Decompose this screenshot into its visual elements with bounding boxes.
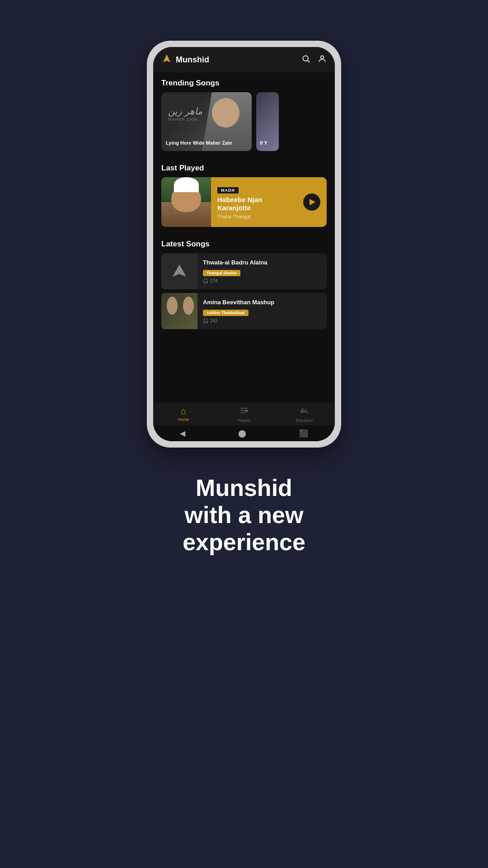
tagline-line1: Munshid bbox=[196, 475, 292, 501]
latest-songs-section: Latest Songs Thwala-al Badru Alaina Than… bbox=[153, 233, 335, 402]
trending-section: Trending Songs ماهر زين MAHER ZAIN Lying… bbox=[153, 72, 335, 157]
trending-cards-row: ماهر زين MAHER ZAIN Lying Here Wide Mahe… bbox=[153, 92, 335, 157]
last-played-info: MADH Habeebe Njan Karanjotte Thaha Thang… bbox=[211, 180, 303, 225]
phone-mockup: Munshid bbox=[147, 41, 341, 448]
card2-partial-text: If Y bbox=[260, 140, 267, 146]
tagline-text: Munshid with a new experience bbox=[183, 475, 305, 556]
profile-icon[interactable] bbox=[318, 54, 327, 66]
app-header: Munshid bbox=[153, 47, 335, 72]
nav-playlist[interactable]: Playlist bbox=[214, 406, 274, 423]
card1-arabic: ماهر زين bbox=[168, 106, 202, 117]
song-title-2: Amina Beevithan Mashup bbox=[203, 299, 321, 306]
playlist-icon bbox=[239, 406, 249, 417]
svg-marker-4 bbox=[173, 264, 186, 277]
card1-title: Lying Here Wide Maher Zain bbox=[166, 140, 247, 146]
nav-home-label: Home bbox=[178, 417, 189, 422]
svg-point-3 bbox=[321, 56, 324, 59]
svg-marker-8 bbox=[246, 410, 248, 412]
last-played-section: Last Played MADH Habeebe Njan Karanjotte… bbox=[153, 157, 335, 233]
bottom-nav: ⌂ Home bbox=[153, 402, 335, 425]
artist-photo bbox=[161, 177, 211, 227]
song-item-2[interactable]: Amina Beevithan Mashup Ashker Thekkekkad… bbox=[161, 293, 327, 329]
home-button[interactable]: ⬤ bbox=[238, 429, 246, 438]
headphone-icon: 🎧 bbox=[203, 278, 208, 283]
last-played-title: Last Played bbox=[153, 157, 335, 177]
trending-card-2[interactable]: If Y bbox=[256, 92, 279, 151]
song-title-1: Thwala-al Badru Alaina bbox=[203, 259, 321, 266]
equalizer-icon bbox=[300, 406, 309, 417]
song-info-2: Amina Beevithan Mashup Ashker Thekkekkad… bbox=[197, 294, 327, 328]
app-screen: Munshid bbox=[153, 47, 335, 441]
song-item-1[interactable]: Thwala-al Badru Alaina Thangal Shahin 🎧 … bbox=[161, 253, 327, 289]
last-played-card[interactable]: MADH Habeebe Njan Karanjotte Thaha Thang… bbox=[161, 177, 327, 227]
app-name: Munshid bbox=[176, 55, 209, 65]
logo-icon bbox=[161, 53, 172, 66]
tagline-section: Munshid with a new experience bbox=[146, 475, 342, 556]
nav-home[interactable]: ⌂ Home bbox=[153, 406, 214, 423]
header-icons bbox=[301, 54, 327, 66]
latest-songs-title: Latest Songs bbox=[153, 233, 335, 253]
back-button[interactable]: ◀ bbox=[180, 429, 185, 438]
madh-badge: MADH bbox=[217, 187, 239, 193]
song-thumb-2 bbox=[161, 293, 197, 329]
last-played-artist: Thaha Thangal bbox=[217, 214, 297, 219]
recents-button[interactable]: ⬛ bbox=[299, 429, 308, 438]
phone-screen: Munshid bbox=[153, 47, 335, 441]
song-info-1: Thwala-al Badru Alaina Thangal Shahin 🎧 … bbox=[197, 255, 327, 288]
nav-playlist-label: Playlist bbox=[238, 418, 251, 423]
svg-line-2 bbox=[308, 60, 310, 62]
song-plays-1: 🎧 174 bbox=[203, 278, 321, 283]
svg-point-1 bbox=[303, 56, 308, 61]
headphone-icon-2: 🎧 bbox=[203, 318, 208, 323]
nav-eq-label: Equalizer bbox=[296, 418, 313, 423]
home-icon: ⌂ bbox=[181, 406, 186, 416]
tagline-line2: with a new bbox=[185, 502, 304, 528]
phone-body: Munshid bbox=[147, 41, 341, 448]
song-thumb-1 bbox=[161, 253, 197, 289]
trending-card-1[interactable]: ماهر زين MAHER ZAIN Lying Here Wide Mahe… bbox=[161, 92, 252, 151]
song-tag-2: Ashker Thekkekkad bbox=[203, 310, 249, 316]
nav-equalizer[interactable]: Equalizer bbox=[274, 406, 335, 423]
song-tag-1: Thangal Shahin bbox=[203, 270, 240, 276]
search-icon[interactable] bbox=[301, 54, 310, 66]
play-button[interactable] bbox=[303, 193, 320, 211]
header-left: Munshid bbox=[161, 53, 209, 66]
play-triangle-icon bbox=[310, 199, 315, 205]
tagline-line3: experience bbox=[183, 529, 305, 555]
last-played-song-title: Habeebe Njan Karanjotte bbox=[217, 196, 297, 212]
scroll-content: Trending Songs ماهر زين MAHER ZAIN Lying… bbox=[153, 72, 335, 441]
svg-marker-0 bbox=[163, 54, 170, 62]
trending-title: Trending Songs bbox=[153, 72, 335, 92]
song-plays-2: 🎧 242 bbox=[203, 318, 321, 323]
card1-singer: MAHER ZAIN bbox=[168, 117, 198, 122]
system-nav-bar: ◀ ⬤ ⬛ bbox=[153, 425, 335, 441]
last-played-image bbox=[161, 177, 211, 227]
